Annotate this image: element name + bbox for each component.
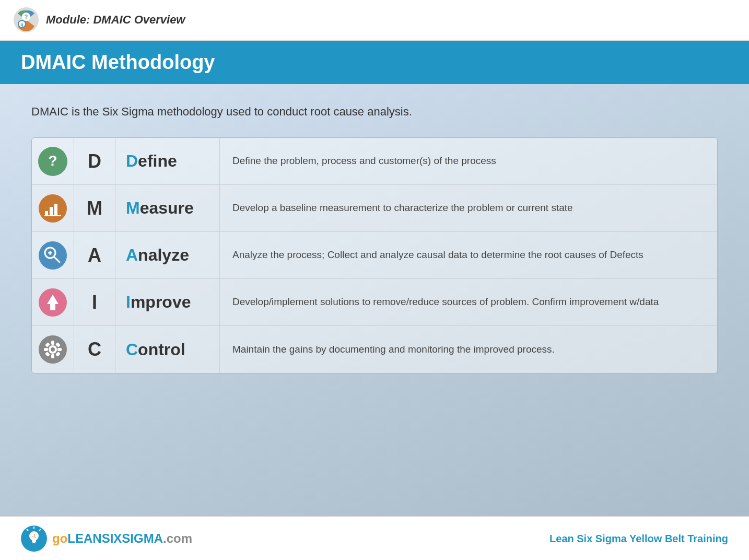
dmaic-row-improve: I Improve Develop/implement solutions to… [32,279,717,326]
icon-cell-define: ? [32,141,74,182]
improve-word-rest: mprove [131,293,191,312]
improve-word-prefix: I [126,293,131,312]
dmaic-table: ? D Define Define the problem, process a… [31,137,718,374]
svg-rect-33 [32,542,36,543]
footer-logo: -1 goLEANSIXSIGMA.com [21,526,192,552]
svg-rect-23 [51,354,54,358]
analyze-icon [39,241,67,270]
control-icon [39,335,67,364]
svg-rect-9 [50,207,53,216]
svg-text:-1: -1 [32,533,36,539]
top-logo: ? q [13,6,40,33]
measure-word-rest: easure [140,199,194,218]
module-logo-icon: ? q [13,6,40,33]
measure-word-prefix: M [126,199,140,218]
measure-icon [39,194,67,223]
improve-description: Develop/implement solutions to remove/re… [220,286,717,318]
top-bar: ? q Module: DMAIC Overview [0,0,749,41]
improve-icon [39,288,67,317]
blue-header: DMAIC Methodology [0,41,749,84]
control-word: Control [115,326,220,373]
svg-rect-24 [44,348,48,351]
analyze-description: Analyze the process; Collect and analyze… [220,239,717,271]
svg-text:?: ? [25,14,28,20]
define-letter: D [74,138,115,184]
main-content: DMAIC is the Six Sigma methodology used … [0,84,749,516]
dmaic-row-measure: M Measure Develop a baseline measurement… [32,185,717,232]
analyze-word-rest: nalyze [138,246,189,265]
define-word-prefix: D [126,151,138,171]
svg-rect-32 [32,540,36,542]
icon-cell-control [32,329,74,370]
svg-text:q: q [20,22,24,27]
footer-six: SIX [102,531,122,545]
improve-letter: I [74,279,115,325]
define-description: Define the problem, process and customer… [220,145,717,177]
analyze-letter: A [74,232,115,278]
define-icon: ? [38,147,67,176]
measure-letter: M [74,185,115,231]
footer-lean: LEAN [67,531,101,545]
footer-go: go [52,531,67,545]
control-letter: C [74,326,115,373]
svg-rect-25 [57,348,62,351]
page-wrapper: ? q Module: DMAIC Overview DMAIC Methodo… [0,0,749,560]
define-word-rest: efine [138,151,177,171]
dmaic-row-define: ? D Define Define the problem, process a… [32,138,717,185]
dmaic-row-analyze: A Analyze Analyze the process; Collect a… [32,232,717,279]
page-title: DMAIC Methodology [21,51,728,74]
control-word-prefix: C [126,340,138,359]
analyze-word-prefix: A [126,246,138,265]
analyze-word: Analyze [115,232,220,278]
footer-logo-text: goLEANSIXSIGMA.com [52,531,192,546]
dmaic-row-control: C Control Maintain the gains by document… [32,326,717,373]
measure-description: Develop a baseline measurement to charac… [220,192,717,224]
measure-word: Measure [115,185,220,231]
svg-rect-10 [54,204,57,216]
footer-sigma: SIGMA [122,531,163,545]
control-description: Maintain the gains by documenting and mo… [220,334,717,366]
footer-tagline: Lean Six Sigma Yellow Belt Training [549,533,728,545]
define-word: Define [115,138,220,184]
module-title: Module: DMAIC Overview [46,13,185,27]
svg-rect-22 [51,341,54,345]
intro-text: DMAIC is the Six Sigma methodology used … [31,105,718,119]
footer: -1 goLEANSIXSIGMA.com Lean Six Sigma Yel… [0,516,749,560]
svg-point-21 [51,347,55,352]
svg-text:?: ? [48,153,57,169]
icon-cell-improve [32,282,74,323]
improve-word: Improve [115,279,220,325]
control-word-rest: ontrol [138,340,185,359]
svg-rect-11 [44,215,61,216]
svg-point-12 [39,241,67,270]
icon-cell-analyze [32,235,74,276]
icon-cell-measure [32,188,74,229]
footer-dotcom: .com [163,531,192,545]
footer-logo-icon: -1 [21,526,47,552]
